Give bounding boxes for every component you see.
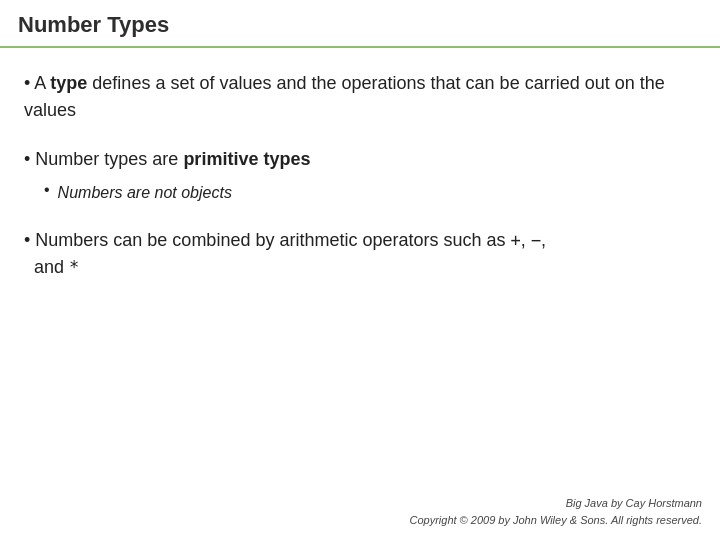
- operator-minus: −: [531, 230, 541, 250]
- sub-dot-1: •: [44, 181, 50, 199]
- bullet-text-3: • Numbers can be combined by arithmetic …: [24, 227, 546, 281]
- bullet-text-2: • Number types are primitive types: [24, 146, 310, 173]
- operator-plus: +: [511, 230, 521, 250]
- operator-multiply: *: [69, 257, 79, 277]
- bullet-item-1: • A type defines a set of values and the…: [24, 70, 696, 124]
- sub-text-1: Numbers are not objects: [58, 181, 232, 205]
- bold-type: type: [50, 73, 87, 93]
- bullet-item-3: • Numbers can be combined by arithmetic …: [24, 227, 696, 281]
- slide-title: Number Types: [18, 12, 169, 37]
- content-area: • A type defines a set of values and the…: [0, 48, 720, 313]
- bullet-item-2: • Number types are primitive types • Num…: [24, 146, 696, 205]
- footer-line2: Copyright © 2009 by John Wiley & Sons. A…: [409, 512, 702, 529]
- bold-primitive-types: primitive types: [183, 149, 310, 169]
- title-bar: Number Types: [0, 0, 720, 48]
- footer-line1: Big Java by Cay Horstmann: [409, 495, 702, 512]
- bullet-text-1: • A type defines a set of values and the…: [24, 70, 696, 124]
- slide-container: Number Types • A type defines a set of v…: [0, 0, 720, 540]
- sub-bullet-1: • Numbers are not objects: [44, 181, 232, 205]
- footer: Big Java by Cay Horstmann Copyright © 20…: [409, 495, 702, 528]
